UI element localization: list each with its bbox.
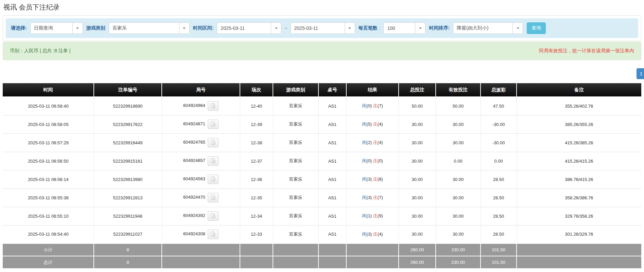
cell-result: 闲(3) 庄(4)	[346, 225, 399, 243]
game-category-select[interactable]: 百家乐	[109, 22, 190, 34]
banker-result-num: (6)	[378, 177, 383, 182]
subtotal-valid-bet: 230.00	[436, 243, 481, 256]
cell-total-bet[interactable]: 30.00	[399, 170, 436, 188]
film-icon	[210, 158, 216, 164]
banker-result-label: 庄	[373, 213, 378, 218]
cell-time: 2025-03-11 06:56:14	[3, 170, 94, 188]
cell-remark: 385.26/355.26	[517, 115, 641, 133]
round-id-text: 604924470	[183, 195, 205, 200]
video-replay-button[interactable]	[208, 175, 219, 184]
search-button[interactable]: 查询	[527, 22, 546, 34]
chevron-down-icon	[415, 23, 425, 34]
cell-payout: 28.50	[481, 207, 517, 225]
total-label: 总计	[3, 256, 94, 269]
date-range-separator: ~	[284, 25, 287, 31]
film-icon	[210, 140, 216, 146]
cell-payout: -30.00	[481, 115, 517, 133]
cell-total-bet[interactable]: 30.00	[399, 188, 436, 207]
cell-session: 12-33	[240, 225, 273, 243]
banker-result-label: 庄	[373, 158, 378, 163]
cell-result: 闲(3) 庄(6)	[346, 170, 399, 188]
game-category-value: 百家乐	[109, 25, 130, 31]
date-from-select[interactable]: 2025-03-11	[217, 22, 281, 34]
cell-time: 2025-03-11 06:56:50	[3, 152, 94, 170]
cell-bet-id: 522329912813	[94, 188, 162, 207]
chevron-down-icon	[72, 23, 83, 34]
table-row: 2025-03-11 06:58:05 522329917622 6049248…	[3, 115, 641, 133]
round-id-text: 604924308	[183, 231, 205, 236]
video-replay-button[interactable]	[208, 101, 219, 111]
round-id-text: 604924765	[183, 140, 205, 145]
summary-currency-text: 币别：人民币 | 总共 :8 注单 |	[10, 48, 70, 54]
cell-bet-id: 522329918690	[94, 97, 162, 115]
cell-total-bet[interactable]: 50.00	[399, 97, 436, 115]
cell-total-bet[interactable]: 30.00	[399, 133, 436, 152]
cell-total-bet[interactable]: 30.00	[399, 115, 436, 133]
video-replay-button[interactable]	[208, 230, 219, 239]
banker-result-num: (4)	[378, 122, 383, 127]
cell-game: 百家乐	[273, 152, 318, 170]
banker-result-num: (0)	[378, 158, 383, 163]
page-size-select[interactable]: 100	[383, 22, 425, 34]
cell-valid-bet: 30.00	[436, 207, 481, 225]
cell-time: 2025-03-11 06:55:38	[3, 188, 94, 207]
cell-valid-bet: 30.00	[436, 225, 481, 243]
chevron-down-icon	[271, 23, 281, 34]
banker-result-label: 庄	[373, 140, 378, 145]
subtotal-label: 小计	[3, 243, 94, 256]
cell-remark: 415.26/385.26	[517, 133, 641, 152]
total-total-bet: 260.00	[399, 256, 436, 269]
player-result-label: 闲	[362, 213, 366, 218]
cell-round-id: 604924871	[162, 115, 240, 133]
video-replay-button[interactable]	[208, 211, 219, 221]
cell-game: 百家乐	[273, 225, 318, 243]
page-title: 视讯 会员下注纪录	[3, 3, 641, 12]
cell-time: 2025-03-11 06:57:29	[3, 133, 94, 152]
time-sort-value: 降冪(由大到小)	[453, 25, 492, 31]
select-type-label: 请选择:	[11, 25, 27, 31]
subtotal-row: 小计 8 260.00 230.00 101.50	[3, 243, 641, 256]
banker-result-num: (7)	[378, 103, 383, 108]
banker-result-num: (9)	[378, 213, 383, 218]
film-icon	[210, 231, 216, 237]
cell-session: 12-39	[240, 115, 273, 133]
table-row: 2025-03-11 06:55:38 522329912813 6049244…	[3, 188, 641, 207]
player-result-label: 闲	[362, 122, 366, 127]
cell-round-id: 604924964	[162, 97, 240, 115]
filter-bar: 请选择: 日期查询 游戏类别 百家乐 时间区间: 2025-03-11 ~ 20…	[6, 18, 638, 38]
cell-payout: 28.50	[481, 188, 517, 207]
video-replay-button[interactable]	[208, 120, 219, 129]
film-icon	[210, 176, 216, 182]
cell-table-no: AS1	[318, 133, 346, 152]
cell-result: 闲(1) 庄(9)	[346, 207, 399, 225]
cell-result: 闲(3) 庄(7)	[346, 188, 399, 207]
cell-remark: 329.76/358.26	[517, 207, 641, 225]
cell-total-bet[interactable]: 30.00	[399, 225, 436, 243]
cell-time: 2025-03-11 06:58:05	[3, 115, 94, 133]
table-row: 2025-03-11 06:56:14 522329913980 6049245…	[3, 170, 641, 188]
table-row: 2025-03-11 06:54:40 522329911027 6049243…	[3, 225, 641, 243]
cell-game: 百家乐	[273, 188, 318, 207]
film-icon	[210, 213, 216, 219]
video-replay-button[interactable]	[208, 193, 219, 202]
table-footer: 小计 8 260.00 230.00 101.50 总计 8 260.00 23…	[3, 243, 641, 269]
cell-total-bet[interactable]: 30.00	[399, 207, 436, 225]
time-sort-select[interactable]: 降冪(由大到小)	[453, 22, 523, 34]
cell-result: 闲(0) 庄(7)	[346, 97, 399, 115]
col-game: 游戏类别	[273, 83, 318, 97]
bet-records-table: 时间 注单编号 局号 场次 游戏类别 桌号 结果 总投注 有效投注 总派彩 备注…	[3, 83, 641, 269]
cell-payout: 28.50	[481, 170, 517, 188]
player-result-label: 闲	[362, 140, 366, 145]
total-payout: 101.50	[481, 256, 517, 269]
col-valid-bet: 有效投注	[436, 83, 481, 97]
video-replay-button[interactable]	[208, 138, 219, 147]
query-type-select[interactable]: 日期查询	[30, 22, 83, 34]
cell-total-bet[interactable]: 30.00	[399, 152, 436, 170]
chevron-down-icon	[179, 23, 189, 34]
date-to-select[interactable]: 2025-03-11	[291, 22, 355, 34]
video-replay-button[interactable]	[208, 156, 219, 166]
subtotal-count: 8	[94, 243, 162, 256]
cell-game: 百家乐	[273, 170, 318, 188]
page-1-button[interactable]: 1	[637, 68, 644, 79]
cell-remark: 355.26/402.76	[517, 97, 641, 115]
